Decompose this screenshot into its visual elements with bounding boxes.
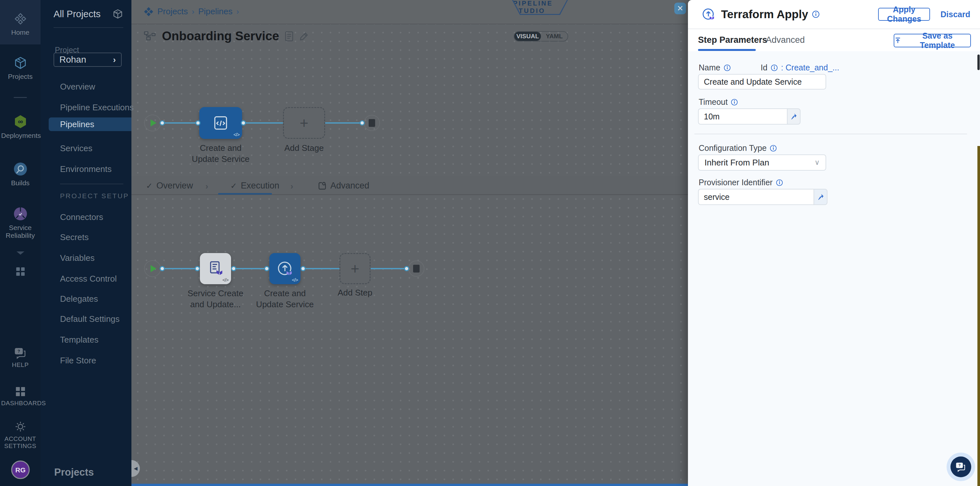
timeout-input[interactable]	[698, 108, 787, 125]
graph-connector-dot[interactable]	[195, 266, 200, 271]
step-graph-start-node[interactable]	[144, 260, 161, 277]
sidebar-item-overview[interactable]: Overview	[60, 82, 95, 92]
rail-item-builds[interactable]: Builds	[0, 162, 41, 187]
sidebar-collapse-handle[interactable]: ◀	[131, 460, 140, 477]
id-value-link[interactable]: : Create_and_...	[781, 63, 839, 72]
help-chat-icon: ?	[14, 347, 27, 359]
sidebar-item-variables[interactable]: Variables	[60, 253, 94, 263]
breadcrumb-pipelines-link[interactable]: Pipelines	[198, 6, 233, 17]
sidebar-item-templates[interactable]: Templates	[60, 335, 99, 345]
edit-pencil-icon[interactable]	[299, 32, 309, 41]
project-select[interactable]: Rohan ›	[54, 52, 122, 67]
divider	[694, 133, 967, 134]
avatar-icon: RG	[11, 460, 30, 480]
close-drawer-button[interactable]: ✕	[674, 3, 686, 14]
graph-connector-dot[interactable]	[301, 266, 306, 271]
tab-step-parameters[interactable]: Step Parameters	[698, 35, 767, 45]
info-icon[interactable]	[724, 64, 731, 71]
breadcrumb: Projects › Pipelines ›	[144, 6, 239, 17]
custom-stage-icon	[211, 114, 230, 132]
scrollbar-thumb[interactable]	[977, 54, 980, 70]
sidebar-item-environments[interactable]: Environments	[60, 164, 111, 174]
chevron-down-icon: ∨	[815, 158, 820, 167]
graph-connector-dot[interactable]	[231, 266, 236, 271]
add-stage-node[interactable]: +	[283, 107, 325, 139]
rail-modules-chevron[interactable]	[0, 251, 41, 256]
graph-connector-dot[interactable]	[241, 121, 246, 125]
graph-connector-dot[interactable]	[160, 266, 165, 271]
sidebar-item-pipeline-executions[interactable]: Pipeline Executions	[60, 103, 134, 113]
plus-icon: +	[351, 261, 360, 276]
yaml-doc-icon[interactable]	[285, 31, 293, 41]
chevron-right-icon: ›	[290, 181, 293, 191]
graph-connector-dot[interactable]	[360, 121, 365, 125]
stage-node-create-update-service[interactable]: </>	[199, 107, 242, 139]
tab-overview[interactable]: ✓ Overview	[146, 181, 193, 191]
play-icon	[151, 265, 156, 272]
toggle-visual[interactable]: VISUAL	[514, 32, 541, 41]
projects-cube-icon	[112, 8, 123, 19]
tab-advanced[interactable]: Advanced	[318, 181, 369, 191]
bottom-accent-strip	[131, 484, 688, 486]
timeout-pin-button[interactable]	[787, 108, 800, 125]
sidebar-item-access-control[interactable]: Access Control	[60, 274, 117, 284]
code-glyph: </>	[292, 277, 298, 283]
all-projects-selector[interactable]: All Projects	[54, 8, 123, 19]
provisioner-pin-button[interactable]	[813, 189, 827, 205]
add-step-node[interactable]: +	[339, 253, 371, 284]
graph-connector-dot[interactable]	[160, 121, 165, 125]
sidebar-item-delegates[interactable]: Delegates	[60, 294, 98, 304]
step-graph-end-node	[408, 260, 425, 277]
drawer-header: Terraform Apply Apply Changes Discard	[688, 0, 980, 29]
advanced-icon	[318, 182, 326, 190]
builds-icon	[13, 162, 28, 176]
rail-module-grid-button[interactable]	[0, 267, 41, 276]
rail-item-service-reliability[interactable]: Service Reliability	[0, 206, 41, 240]
sidebar-item-default-settings[interactable]: Default Settings	[60, 314, 120, 324]
stage-detail-tabs: ✓ Overview › ✓ Execution › Advanced	[131, 176, 688, 195]
tab-execution[interactable]: ✓ Execution	[231, 181, 279, 191]
sidebar-item-file-store[interactable]: File Store	[60, 356, 96, 365]
info-icon[interactable]	[770, 145, 777, 152]
sidebar-item-services[interactable]: Services	[60, 143, 92, 154]
chat-question-icon: ?	[955, 462, 966, 472]
user-avatar[interactable]: RG	[0, 460, 41, 480]
discard-button[interactable]: Discard	[940, 10, 970, 19]
provisioner-identifier-input[interactable]	[698, 189, 813, 205]
home-icon	[14, 12, 27, 26]
deployments-icon: ∞	[13, 114, 28, 129]
rail-item-deployments[interactable]: ∞ Deployments	[0, 114, 41, 140]
name-input[interactable]	[698, 74, 826, 89]
sidebar-item-pipelines[interactable]: Pipelines	[60, 119, 94, 129]
step1-label: Service Create and Update...	[188, 288, 243, 310]
terraform-plan-icon	[207, 260, 224, 277]
info-icon[interactable]	[731, 98, 738, 106]
apply-changes-button[interactable]: Apply Changes	[878, 8, 930, 21]
pipeline-studio-badge: PIPELINE STUDIO	[513, 0, 567, 14]
rail-item-projects[interactable]: Projects	[0, 56, 41, 81]
info-icon[interactable]	[776, 179, 783, 186]
rail-item-home[interactable]: Home	[0, 12, 41, 37]
sidebar-item-connectors[interactable]: Connectors	[60, 212, 103, 222]
configuration-type-select[interactable]: Inherit From Plan ∨	[698, 154, 826, 171]
tab-advanced[interactable]: Advanced	[766, 35, 805, 45]
sidebar-item-secrets[interactable]: Secrets	[60, 232, 89, 242]
stage-graph-start-node[interactable]	[144, 114, 161, 132]
breadcrumb-projects-link[interactable]: Projects	[158, 6, 188, 17]
add-step-label: Add Step	[338, 287, 372, 299]
help-chat-fab[interactable]: ?	[950, 456, 971, 477]
chevron-right-icon: ›	[205, 181, 208, 191]
rail-item-dashboards[interactable]: DASHBOARDS	[0, 386, 41, 407]
rail-item-account-settings[interactable]: ACCOUNT SETTINGS	[0, 421, 41, 449]
info-icon[interactable]	[771, 64, 778, 71]
step-node-terraform-plan[interactable]: </>	[200, 253, 231, 284]
save-as-template-button[interactable]: Save as Template	[894, 34, 971, 48]
toggle-yaml[interactable]: YAML	[541, 32, 568, 41]
graph-connector-dot[interactable]	[195, 121, 200, 125]
graph-connector-dot[interactable]	[264, 266, 269, 271]
svg-text:∞: ∞	[18, 118, 23, 125]
rail-item-help[interactable]: ? HELP	[0, 347, 41, 368]
graph-connector-dot[interactable]	[404, 266, 409, 271]
info-icon[interactable]	[812, 10, 820, 18]
step-node-terraform-apply[interactable]: </>	[269, 253, 301, 284]
